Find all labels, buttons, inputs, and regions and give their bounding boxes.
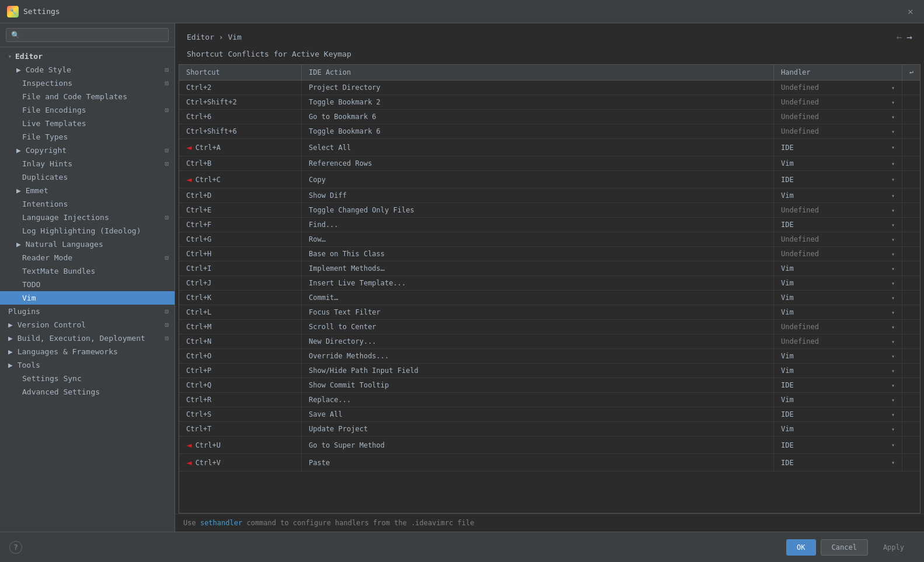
nav-forward-arrow[interactable]: → bbox=[906, 32, 912, 43]
sidebar-item-natural-languages[interactable]: ▶ Natural Languages bbox=[0, 238, 175, 251]
table-row[interactable]: Ctrl+2Project DirectoryUndefined▾ bbox=[179, 81, 920, 95]
handler-dropdown-arrow[interactable]: ▾ bbox=[891, 280, 895, 287]
handler-dropdown-arrow[interactable]: ▾ bbox=[891, 411, 895, 418]
sidebar-item-inspections[interactable]: Inspections ⊡ bbox=[0, 76, 175, 90]
table-row[interactable]: Ctrl+EToggle Changed Only FilesUndefined… bbox=[179, 203, 920, 218]
sidebar-item-language-injections[interactable]: Language Injections ⊡ bbox=[0, 211, 175, 224]
table-row[interactable]: ◄Ctrl+CCopyIDE▾ bbox=[179, 171, 920, 189]
handler-cell[interactable]: IDE▾ bbox=[774, 139, 902, 156]
handler-cell[interactable]: Undefined▾ bbox=[774, 320, 902, 334]
sidebar-item-settings-sync[interactable]: Settings Sync bbox=[0, 372, 175, 385]
table-row[interactable]: Ctrl+MScroll to CenterUndefined▾ bbox=[179, 320, 920, 334]
handler-dropdown-arrow[interactable]: ▾ bbox=[891, 309, 895, 316]
handler-dropdown-arrow[interactable]: ▾ bbox=[891, 382, 895, 389]
table-row[interactable]: Ctrl+KCommit…Vim▾ bbox=[179, 291, 920, 305]
handler-dropdown-arrow[interactable]: ▾ bbox=[891, 85, 895, 91]
handler-dropdown-arrow[interactable]: ▾ bbox=[891, 207, 895, 214]
sidebar-item-inlay-hints[interactable]: Inlay Hints ⊡ bbox=[0, 157, 175, 170]
sidebar-item-build-execution[interactable]: ▶ Build, Execution, Deployment ⊡ bbox=[0, 331, 175, 345]
handler-cell[interactable]: Vim▾ bbox=[774, 305, 902, 319]
handler-dropdown-arrow[interactable]: ▾ bbox=[891, 160, 895, 167]
handler-cell[interactable]: Vim▾ bbox=[774, 291, 902, 305]
sidebar-item-intentions[interactable]: Intentions bbox=[0, 197, 175, 211]
handler-dropdown-arrow[interactable]: ▾ bbox=[891, 397, 895, 403]
sidebar-item-reader-mode[interactable]: Reader Mode ⊡ bbox=[0, 251, 175, 264]
table-row[interactable]: ◄Ctrl+UGo to Super MethodIDE▾ bbox=[179, 437, 920, 454]
handler-cell[interactable]: Vim▾ bbox=[774, 276, 902, 290]
handler-cell[interactable]: Undefined▾ bbox=[774, 334, 902, 348]
sidebar-item-version-control[interactable]: ▶ Version Control ⊡ bbox=[0, 318, 175, 331]
handler-dropdown-arrow[interactable]: ▾ bbox=[891, 99, 895, 106]
cancel-button[interactable]: Cancel bbox=[821, 539, 868, 556]
nav-back-arrow[interactable]: ← bbox=[897, 32, 902, 43]
table-row[interactable]: Ctrl+QShow Commit TooltipIDE▾ bbox=[179, 378, 920, 393]
table-row[interactable]: Ctrl+FFind...IDE▾ bbox=[179, 218, 920, 232]
handler-dropdown-arrow[interactable]: ▾ bbox=[891, 128, 895, 135]
table-row[interactable]: Ctrl+6Go to Bookmark 6Undefined▾ bbox=[179, 110, 920, 124]
table-row[interactable]: ◄Ctrl+ASelect AllIDE▾ bbox=[179, 139, 920, 156]
handler-cell[interactable]: Vim▾ bbox=[774, 261, 902, 275]
sidebar-item-emmet[interactable]: ▶ Emmet bbox=[0, 184, 175, 197]
search-input[interactable] bbox=[6, 28, 169, 42]
handler-dropdown-arrow[interactable]: ▾ bbox=[891, 236, 895, 243]
handler-cell[interactable]: Undefined▾ bbox=[774, 203, 902, 217]
handler-cell[interactable]: IDE▾ bbox=[774, 454, 902, 471]
handler-cell[interactable]: Vim▾ bbox=[774, 156, 902, 170]
handler-dropdown-arrow[interactable]: ▾ bbox=[891, 338, 895, 345]
sidebar-item-todo[interactable]: TODO bbox=[0, 278, 175, 291]
handler-cell[interactable]: Vim▾ bbox=[774, 422, 902, 436]
handler-cell[interactable]: Vim▾ bbox=[774, 189, 902, 203]
sidebar-item-log-highlighting[interactable]: Log Highlighting (Ideolog) bbox=[0, 224, 175, 238]
sidebar-item-copyright[interactable]: ▶ Copyright ⊡ bbox=[0, 144, 175, 157]
handler-cell[interactable]: Undefined▾ bbox=[774, 110, 902, 124]
handler-cell[interactable]: IDE▾ bbox=[774, 378, 902, 392]
sethandler-link[interactable]: sethandler bbox=[200, 519, 242, 527]
table-row[interactable]: Ctrl+GRow…Undefined▾ bbox=[179, 232, 920, 247]
handler-cell[interactable]: IDE▾ bbox=[774, 437, 902, 453]
apply-button[interactable]: Apply bbox=[873, 539, 915, 556]
handler-cell[interactable]: Undefined▾ bbox=[774, 95, 902, 109]
ok-button[interactable]: OK bbox=[786, 539, 815, 556]
handler-cell[interactable]: Undefined▾ bbox=[774, 81, 902, 95]
handler-dropdown-arrow[interactable]: ▾ bbox=[891, 251, 895, 257]
handler-dropdown-arrow[interactable]: ▾ bbox=[891, 114, 895, 120]
handler-dropdown-arrow[interactable]: ▾ bbox=[891, 222, 895, 228]
header-reset[interactable]: ↩ bbox=[902, 65, 920, 80]
sidebar-item-file-types[interactable]: File Types bbox=[0, 130, 175, 144]
handler-dropdown-arrow[interactable]: ▾ bbox=[891, 426, 895, 432]
handler-dropdown-arrow[interactable]: ▾ bbox=[891, 176, 895, 183]
table-row[interactable]: Ctrl+NNew Directory...Undefined▾ bbox=[179, 334, 920, 349]
sidebar-item-file-encodings[interactable]: File Encodings ⊡ bbox=[0, 103, 175, 117]
table-row[interactable]: Ctrl+LFocus Text FilterVim▾ bbox=[179, 305, 920, 320]
handler-dropdown-arrow[interactable]: ▾ bbox=[891, 459, 895, 466]
handler-cell[interactable]: Vim▾ bbox=[774, 364, 902, 378]
table-row[interactable]: Ctrl+RReplace...Vim▾ bbox=[179, 393, 920, 407]
sidebar-item-languages-frameworks[interactable]: ▶ Languages & Frameworks bbox=[0, 345, 175, 358]
sidebar-item-live-templates[interactable]: Live Templates bbox=[0, 117, 175, 130]
sidebar-item-plugins[interactable]: Plugins ⊡ bbox=[0, 305, 175, 318]
close-button[interactable]: ✕ bbox=[908, 7, 917, 16]
handler-dropdown-arrow[interactable]: ▾ bbox=[891, 442, 895, 448]
handler-cell[interactable]: Vim▾ bbox=[774, 349, 902, 363]
handler-cell[interactable]: Undefined▾ bbox=[774, 247, 902, 261]
sidebar-item-advanced-settings[interactable]: Advanced Settings bbox=[0, 385, 175, 399]
table-row[interactable]: Ctrl+SSave AllIDE▾ bbox=[179, 407, 920, 422]
handler-dropdown-arrow[interactable]: ▾ bbox=[891, 266, 895, 272]
handler-dropdown-arrow[interactable]: ▾ bbox=[891, 368, 895, 374]
table-row[interactable]: Ctrl+TUpdate ProjectVim▾ bbox=[179, 422, 920, 437]
sidebar-item-duplicates[interactable]: Duplicates bbox=[0, 170, 175, 184]
handler-dropdown-arrow[interactable]: ▾ bbox=[891, 193, 895, 199]
handler-cell[interactable]: Undefined▾ bbox=[774, 124, 902, 138]
handler-dropdown-arrow[interactable]: ▾ bbox=[891, 144, 895, 151]
table-row[interactable]: Ctrl+OOverride Methods...Vim▾ bbox=[179, 349, 920, 364]
handler-dropdown-arrow[interactable]: ▾ bbox=[891, 353, 895, 359]
sidebar-item-vim[interactable]: Vim bbox=[0, 291, 175, 305]
handler-cell[interactable]: IDE▾ bbox=[774, 218, 902, 232]
sidebar-item-textmate-bundles[interactable]: TextMate Bundles bbox=[0, 264, 175, 278]
handler-cell[interactable]: IDE▾ bbox=[774, 407, 902, 421]
handler-cell[interactable]: Vim▾ bbox=[774, 393, 902, 407]
table-row[interactable]: Ctrl+Shift+2Toggle Bookmark 2Undefined▾ bbox=[179, 95, 920, 110]
handler-cell[interactable]: IDE▾ bbox=[774, 171, 902, 188]
handler-dropdown-arrow[interactable]: ▾ bbox=[891, 324, 895, 330]
table-row[interactable]: Ctrl+Shift+6Toggle Bookmark 6Undefined▾ bbox=[179, 124, 920, 139]
